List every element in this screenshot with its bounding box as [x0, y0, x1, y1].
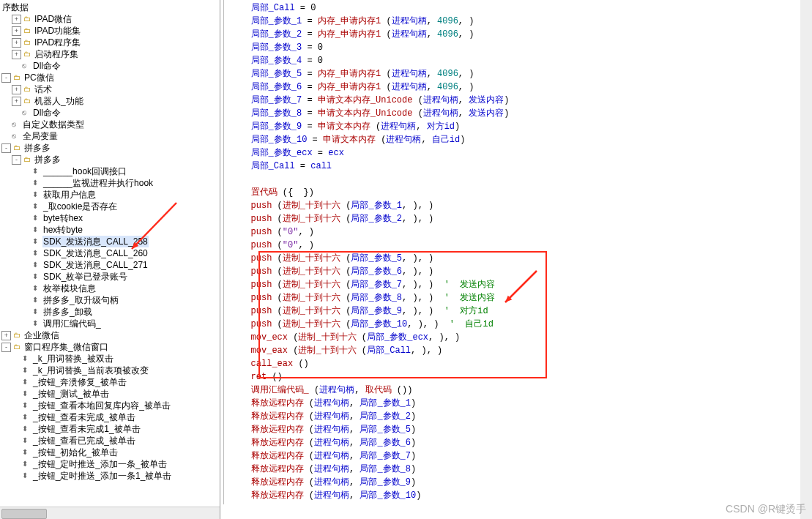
tree-item-0[interactable]: +🗀IPAD微信 [1, 13, 220, 25]
code-line[interactable]: mov_eax (进制_十到十六 (局部_Call, ), ) [235, 344, 812, 357]
code-vscrollbar[interactable] [800, 0, 812, 519]
code-line[interactable]: 局部_参数_10 = 申请文本内存 (进程句柄, 自己id) [235, 133, 812, 146]
code-line[interactable]: 局部_参数_9 = 申请文本内存 (进程句柄, 对方id) [235, 120, 812, 133]
folder-icon: 🗀 [13, 329, 23, 341]
tree-item-3[interactable]: +🗀启动程序集 [1, 48, 220, 60]
project-tree-panel[interactable]: 序数据+🗀IPAD微信+🗀IPAD功能集+🗀IPAD程序集+🗀启动程序集⎋Dll… [0, 0, 220, 519]
code-line[interactable]: push (进制_十到十六 (局部_参数_1, ), ) [235, 199, 812, 212]
tree-item-30[interactable]: ⬍_k_用词替换_当前表项被改变 [1, 365, 220, 376]
expand-icon[interactable]: + [1, 331, 11, 340]
code-line[interactable]: 局部_参数_7 = 申请文本内存_Unicode (进程句柄, 发送内容) [235, 94, 812, 107]
tree-item-22[interactable]: ⬍SDK_枚举已登录账号 [1, 271, 220, 283]
code-line[interactable]: 释放远程内存 (进程句柄, 局部_参数_6) [235, 436, 812, 449]
sub-icon: ⬍ [22, 435, 32, 447]
tree-item-33[interactable]: ⬍_按钮_查看本地回复库内容_被单击 [1, 400, 220, 411]
expand-icon[interactable]: + [12, 15, 21, 24]
tree-item-2[interactable]: +🗀IPAD程序集 [1, 37, 220, 48]
tree-item-12[interactable]: -🗀拼多多 [1, 154, 220, 165]
tree-item-14[interactable]: ⬍______监视进程并执行hook [1, 177, 220, 189]
code-line[interactable]: 局部_参数_8 = 申请文本内存_Unicode (进程句柄, 发送内容) [235, 107, 812, 120]
expand-icon[interactable]: + [12, 26, 21, 36]
tree-item-24[interactable]: ⬍拼多多_取升级句柄 [1, 294, 220, 306]
tree-item-label: 企业微信 [23, 329, 60, 341]
tree-hscrollbar[interactable] [0, 507, 220, 519]
expand-icon[interactable]: + [12, 50, 21, 59]
code-line[interactable]: call_eax () [235, 357, 812, 370]
code-line[interactable]: 局部_参数_4 = 0 [235, 54, 812, 67]
code-line[interactable]: 调用汇编代码_ (进程句柄, 取代码 ()) [235, 384, 812, 397]
expand-icon[interactable]: + [12, 85, 21, 94]
code-line[interactable]: 释放远程内存 (进程句柄, 局部_参数_1) [235, 397, 812, 410]
tree-item-18[interactable]: ⬍hex转byte [1, 224, 220, 236]
tree-item-1[interactable]: +🗀IPAD功能集 [1, 25, 220, 37]
tree-item-28[interactable]: -🗀窗口程序集_微信窗口 [1, 341, 220, 353]
tree-item-31[interactable]: ⬍_按钮_奔溃修复_被单击 [1, 376, 220, 388]
expand-icon[interactable]: + [12, 97, 21, 106]
code-line[interactable]: push (进制_十到十六 (局部_参数_5, ), ) [235, 252, 812, 265]
code-line[interactable]: 局部_Call = call [235, 160, 812, 173]
tree-item-27[interactable]: +🗀企业微信 [1, 329, 220, 341]
tree-item-label: 拼多多_卸载 [42, 306, 93, 318]
tree-item-38[interactable]: ⬍_按钮_定时推送_添加一条_被单击 [1, 458, 220, 470]
code-line[interactable]: 局部_参数_3 = 0 [235, 41, 812, 54]
expand-icon[interactable]: - [1, 143, 11, 153]
tree-item-19[interactable]: ⬍SDK_发送消息_CALL_258 [1, 236, 220, 247]
tree-item-39[interactable]: ⬍_按钮_定时推送_添加一条1_被单击 [1, 470, 220, 482]
tree-item-17[interactable]: ⬍byte转hex [1, 212, 220, 224]
expand-icon[interactable]: - [12, 155, 21, 165]
code-line[interactable]: 释放远程内存 (进程句柄, 局部_参数_8) [235, 463, 812, 476]
tree-item-6[interactable]: +🗀话术 [1, 83, 220, 95]
tree-item-36[interactable]: ⬍_按钮_查看已完成_被单击 [1, 435, 220, 447]
code-line[interactable]: 局部_参数_6 = 内存_申请内存1 (进程句柄, 4096, ) [235, 81, 812, 94]
tree-item-20[interactable]: ⬍SDK_发送消息_CALL_260 [1, 247, 220, 259]
tree-item-5[interactable]: -🗀PC微信 [1, 72, 220, 83]
code-line[interactable]: push (进制_十到十六 (局部_参数_8, ), ) ' 发送内容 [235, 291, 812, 305]
tree-item-8[interactable]: ⎋Dll命令 [1, 107, 220, 119]
tree-item-35[interactable]: ⬍_按钮_查看未完成1_被单击 [1, 423, 220, 435]
code-line[interactable]: 释放远程内存 (进程句柄, 局部_参数_10) [235, 489, 812, 502]
code-line[interactable] [235, 173, 812, 186]
code-line[interactable]: push (进制_十到十六 (局部_参数_9, ), ) ' 对方id [235, 305, 812, 318]
code-line[interactable]: 局部_参数_5 = 内存_申请内存1 (进程句柄, 4096, ) [235, 67, 812, 81]
code-line[interactable]: ret () [235, 370, 812, 384]
tree-item-4[interactable]: ⎋Dll命令 [1, 60, 220, 72]
code-line[interactable]: 局部_参数_ecx = ecx [235, 146, 812, 160]
tree-item-label: _k_用词替换_被双击 [32, 353, 114, 365]
tree-item-13[interactable]: ⬍______hook回调接口 [1, 165, 220, 177]
code-line[interactable]: mov_ecx (进制_十到十六 (局部_参数_ecx, ), ) [235, 331, 812, 344]
tree-item-11[interactable]: -🗀拼多多 [1, 142, 220, 154]
code-line[interactable]: 局部_参数_2 = 内存_申请内存1 (进程句柄, 4096, ) [235, 28, 812, 41]
code-line[interactable]: 局部_参数_1 = 内存_申请内存1 (进程句柄, 4096, ) [235, 15, 812, 28]
tree-item-26[interactable]: ⬍调用汇编代码_ [1, 318, 220, 329]
code-line[interactable]: 释放远程内存 (进程句柄, 局部_参数_5) [235, 423, 812, 436]
tree-item-7[interactable]: +🗀机器人_功能 [1, 95, 220, 107]
tree-item-10[interactable]: ⎋全局变量 [1, 130, 220, 142]
expand-icon[interactable]: - [1, 343, 11, 352]
code-line[interactable]: push (进制_十到十六 (局部_参数_6, ), ) [235, 265, 812, 278]
tree-item-9[interactable]: ⎋自定义数据类型 [1, 119, 220, 130]
code-line[interactable]: 释放远程内存 (进程句柄, 局部_参数_9) [235, 476, 812, 489]
code-line[interactable]: 释放远程内存 (进程句柄, 局部_参数_7) [235, 449, 812, 463]
tree-item-21[interactable]: ⬍SDK_发送消息_CALL_271 [1, 259, 220, 271]
tree-item-23[interactable]: ⬍枚举模块信息 [1, 283, 220, 294]
code-line[interactable]: 局部_Call = 0 [235, 1, 812, 15]
tree-item-32[interactable]: ⬍_按钮_测试_被单击 [1, 388, 220, 400]
expand-icon[interactable]: + [12, 38, 21, 48]
code-line[interactable]: push (进制_十到十六 (局部_参数_10, ), ) ' 自己id [235, 318, 812, 331]
code-line[interactable]: 释放远程内存 (进程句柄, 局部_参数_2) [235, 410, 812, 423]
tree-item-15[interactable]: ⬍获取用户信息 [1, 189, 220, 201]
expand-icon[interactable]: - [1, 73, 11, 83]
tree-item-29[interactable]: ⬍_k_用词替换_被双击 [1, 353, 220, 365]
code-line[interactable]: push ("0", ) [235, 239, 812, 252]
tree-item-34[interactable]: ⬍_按钮_查看未完成_被单击 [1, 411, 220, 423]
sub-icon: ⬍ [32, 283, 42, 294]
code-editor-panel[interactable]: 局部_Call = 0 局部_参数_1 = 内存_申请内存1 (进程句柄, 40… [220, 0, 812, 519]
code-line[interactable]: push (进制_十到十六 (局部_参数_2, ), ) [235, 212, 812, 225]
tree-item-25[interactable]: ⬍拼多多_卸载 [1, 306, 220, 318]
tree-item-label: IPAD微信 [34, 13, 72, 25]
code-line[interactable]: push (进制_十到十六 (局部_参数_7, ), ) ' 发送内容 [235, 278, 812, 291]
tree-item-16[interactable]: ⬍_取cookie是否存在 [1, 201, 220, 212]
code-line[interactable]: 置代码 ({ }) [235, 186, 812, 199]
tree-item-37[interactable]: ⬍_按钮_初始化_被单击 [1, 447, 220, 458]
code-line[interactable]: push ("0", ) [235, 225, 812, 239]
